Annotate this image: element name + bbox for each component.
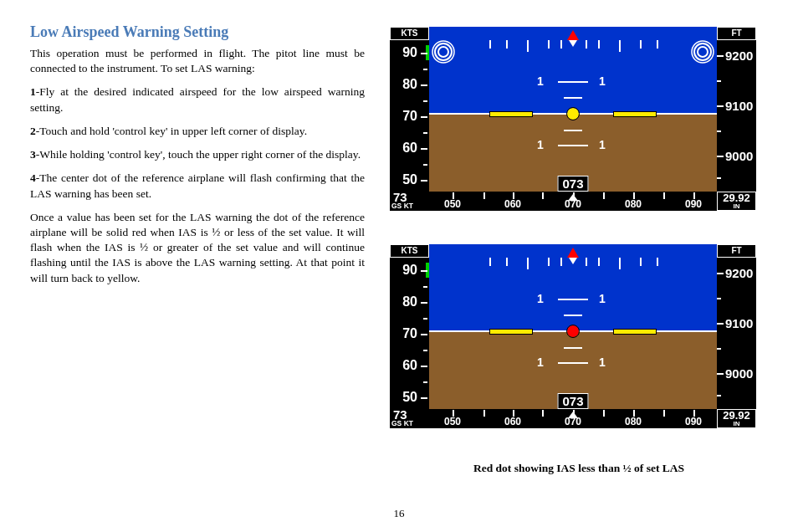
airspeed-tape: KTS 90 80 70 60 50 73 GS KT (390, 244, 429, 428)
ref-airplane-dot-red (567, 325, 579, 337)
pitch-bar (564, 97, 582, 99)
roll-pointer-icon (567, 248, 579, 258)
pitch-bar (558, 145, 588, 146)
heading-bug-icon (568, 194, 578, 201)
airspeed-value: 80 (402, 77, 417, 92)
airspeed-value: 70 (402, 109, 417, 124)
step-4: 4-The center dot of the reference airpla… (30, 171, 365, 201)
ref-airplane-dot (567, 108, 579, 120)
pfd-display-1: 1 1 1 1 KTS 90 80 70 60 (390, 27, 756, 211)
hdg-tick-label: 080 (625, 198, 642, 210)
intro-text: This operation must be performed in flig… (30, 46, 365, 76)
airspeed-tape: KTS 90 80 70 60 50 73 GS KT (390, 27, 429, 211)
step-1: 1-Fly at the desired indicated airspeed … (30, 84, 365, 115)
altitude-value: 9000 (725, 149, 753, 163)
pitch-label: 1 (537, 74, 544, 88)
heading-tape: 073 050 060 070 080 090 (429, 192, 717, 211)
baro-setting: 29.92 IN (717, 192, 756, 211)
ref-wing-right (614, 112, 656, 116)
hdg-tick-label: 050 (444, 198, 461, 210)
pitch-label: 1 (599, 138, 606, 151)
groundspeed: 73 GS KT (390, 192, 429, 211)
figure-caption: Red dot showing IAS less than ½ of set L… (390, 462, 768, 475)
baro-unit: IN (718, 203, 755, 210)
gs-label: GS KT (391, 202, 413, 210)
pfd-display-2: 1 1 1 1 KTS 90 80 70 60 50 (390, 244, 756, 428)
svg-point-0 (438, 47, 448, 57)
heading-tape: 073 050 060 070 080 090 (429, 409, 717, 428)
altitude-label: FT (717, 27, 756, 40)
section-heading: Low Airspeed Warning Setting (30, 23, 365, 41)
ref-wing-left (490, 330, 532, 334)
roll-scale (481, 40, 665, 65)
airspeed-value: 50 (402, 172, 417, 187)
explain-text: Once a value has been set for the LAS wa… (30, 210, 365, 286)
airspeed-label: KTS (390, 27, 429, 40)
pitch-bar (564, 130, 582, 131)
hdg-tick-label: 090 (685, 198, 702, 210)
pitch-bar (558, 81, 588, 83)
page-number: 16 (394, 507, 405, 520)
step-3: 3-While holding 'control key', touch the… (30, 147, 365, 162)
ref-wing-right (614, 330, 656, 334)
roll-scale (481, 258, 665, 283)
altitude-value: 9200 (725, 49, 753, 63)
heading-box: 073 (557, 176, 588, 192)
pitch-label: 1 (599, 74, 606, 88)
altitude-value: 9100 (725, 99, 753, 113)
hdg-tick-label: 060 (504, 198, 521, 210)
ref-wing-left (490, 112, 532, 116)
airspeed-value: 90 (402, 45, 417, 60)
airspeed-value: 60 (402, 141, 417, 156)
altitude-tape: FT 9200 9100 9000 29.92 IN (717, 27, 756, 211)
svg-point-3 (698, 47, 708, 57)
touch-target-left-icon[interactable] (432, 40, 455, 64)
roll-pointer-icon (567, 30, 579, 40)
altitude-tape: FT 9200 9100 9000 29.92 IN (717, 244, 756, 428)
pitch-label: 1 (537, 138, 544, 151)
touch-target-right-icon[interactable] (691, 40, 714, 64)
step-2: 2-Touch and hold 'control key' in upper … (30, 124, 365, 139)
